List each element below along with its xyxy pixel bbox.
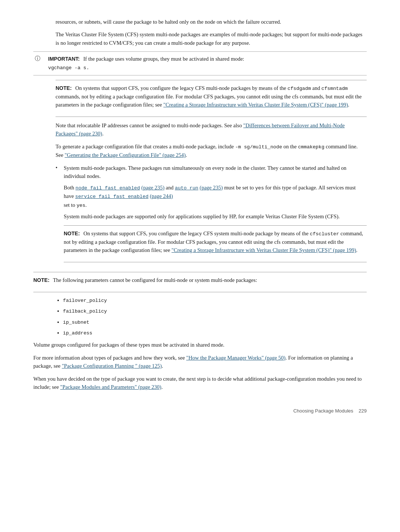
note3-box: NOTE: The following parameters cannot be…	[33, 272, 367, 292]
note1-para: NOTE: On systems that support CFS, you c…	[56, 84, 367, 109]
code-item-4: ip_address	[63, 330, 92, 336]
b1p2-link3[interactable]: (page 244)	[150, 193, 173, 199]
footer-page-number: 229	[359, 408, 367, 414]
note1-code2: cfsmntadm	[321, 86, 348, 91]
bullet1-container: • System multi-node packages. These pack…	[56, 164, 367, 267]
para1-block: resources, or subnets, will cause the pa…	[56, 18, 367, 26]
important-label: IMPORTANT:	[48, 56, 80, 62]
note2-suffix: .	[356, 247, 358, 253]
footer-label: Choosing Package Modules	[293, 408, 353, 414]
code-item-3: ip_subnet	[63, 320, 89, 325]
b1p2-code2[interactable]: auto_run	[175, 185, 198, 191]
list-item-1: failover_policy	[63, 296, 367, 304]
note2-text1: On systems that support CFS, you configu…	[83, 230, 310, 236]
note3-label: NOTE:	[33, 277, 50, 283]
para3-block: Note that relocatable IP addresses canno…	[56, 121, 367, 138]
bullet1-content: System multi-node packages. These packag…	[64, 164, 367, 267]
b1p2-link1[interactable]: (page 235)	[141, 185, 164, 191]
b1p2-text3: must be set to	[223, 185, 255, 191]
important-text: If the package uses volume groups, they …	[83, 56, 244, 62]
b1p2-text5: set to	[64, 202, 77, 208]
note1-text4: .	[348, 102, 350, 108]
para5-block: Volume groups configured for packages of…	[33, 341, 367, 349]
b1p2-link2[interactable]: (page 235)	[200, 185, 223, 191]
important-box: ⓘ IMPORTANT: If the package uses volume …	[33, 51, 367, 75]
para4-code1: -m sg/multi_node	[235, 144, 282, 150]
bullet1-para3: System multi-node packages are supported…	[64, 212, 367, 220]
para2-block: The Veritas Cluster File System (CFS) sy…	[56, 30, 367, 47]
para3-text: Note that relocatable IP addresses canno…	[56, 122, 243, 128]
para4-text2: on the	[282, 144, 298, 149]
para4-code2: cmmakepkg	[298, 144, 324, 150]
note2-label: NOTE:	[64, 230, 80, 236]
b1p2-suffix: .	[85, 202, 87, 208]
para7-block: When you have decided on the type of pac…	[33, 375, 367, 391]
bullet1-marker: •	[56, 165, 64, 267]
important-code: vgchange -a s.	[48, 65, 89, 71]
code-item-1: failover_policy	[63, 298, 107, 303]
para1: resources, or subnets, will cause the pa…	[56, 18, 367, 26]
para3: Note that relocatable IP addresses canno…	[56, 121, 367, 138]
note1-label: NOTE:	[56, 85, 72, 91]
note1-link1[interactable]: "Creating a Storage Infrastructure with …	[163, 102, 348, 108]
para7-link[interactable]: "Package Modules and Parameters" (page 2…	[60, 384, 161, 390]
list-item-2: failback_policy	[63, 307, 367, 315]
para6-text1: For more information about types of pack…	[33, 355, 186, 361]
para7: When you have decided on the type of pac…	[33, 375, 367, 391]
note2-box: NOTE: On systems that support CFS, you c…	[64, 225, 367, 262]
note1-box: NOTE: On systems that support CFS, you c…	[56, 80, 367, 117]
b1p2-code1[interactable]: node_fail_fast_enabled	[76, 185, 140, 191]
note3-para: NOTE: The following parameters cannot be…	[33, 276, 367, 284]
para4-link[interactable]: "Generating the Package Configuration Fi…	[65, 152, 186, 158]
para3-suffix: .	[102, 131, 104, 137]
list-item-4: ip_address	[63, 329, 367, 337]
para4-suffix: .	[186, 152, 187, 158]
note1-text2: and	[311, 85, 321, 91]
para4: To generate a package configuration file…	[56, 142, 367, 159]
important-icon: ⓘ	[33, 55, 41, 62]
note2-code1: cfscluster	[310, 231, 339, 237]
para4-block: To generate a package configuration file…	[56, 142, 367, 159]
b1p2-code4[interactable]: service_fail_fast_enabled	[75, 193, 149, 199]
para4-text: To generate a package configuration file…	[56, 144, 235, 149]
b1p2-code3: yes	[255, 185, 264, 191]
b1p2-code5: yes	[77, 203, 86, 208]
note1-text1: On systems that support CFS, you configu…	[75, 85, 287, 91]
para6-block: For more information about types of pack…	[33, 354, 367, 370]
code-item-2: failback_policy	[63, 309, 107, 314]
bullet1-para2: Both node_fail_fast_enabled (page 235) a…	[64, 183, 367, 209]
note2-link[interactable]: "Creating a Storage Infrastructure with …	[171, 247, 356, 253]
para6-suffix: .	[162, 363, 163, 369]
page-content: resources, or subnets, will cause the pa…	[0, 0, 400, 425]
note1-code1: cfsdgadm	[287, 86, 311, 91]
note3-text: The following parameters cannot be confi…	[53, 277, 257, 283]
para6-link2[interactable]: "Package Configuration Planning " (page …	[62, 363, 162, 369]
para7-suffix: .	[161, 384, 163, 390]
bullet1-text: System multi-node packages. These packag…	[64, 164, 367, 181]
b1p2-text1: Both	[64, 185, 76, 191]
note2-para: NOTE: On systems that support CFS, you c…	[64, 229, 367, 255]
para5: Volume groups configured for packages of…	[33, 341, 367, 349]
b1p2-text2: and	[164, 185, 175, 191]
code-bullet-list: failover_policy failback_policy ip_subne…	[63, 296, 367, 337]
para6-link1[interactable]: "How the Package Manager Works" (page 50…	[186, 355, 286, 361]
para2: The Veritas Cluster File System (CFS) sy…	[56, 30, 367, 47]
footer-separator	[354, 408, 357, 414]
para6: For more information about types of pack…	[33, 354, 367, 370]
important-content: IMPORTANT: If the package uses volume gr…	[48, 55, 367, 72]
list-item-3: ip_subnet	[63, 318, 367, 326]
page-footer: Choosing Package Modules 229	[293, 408, 367, 414]
